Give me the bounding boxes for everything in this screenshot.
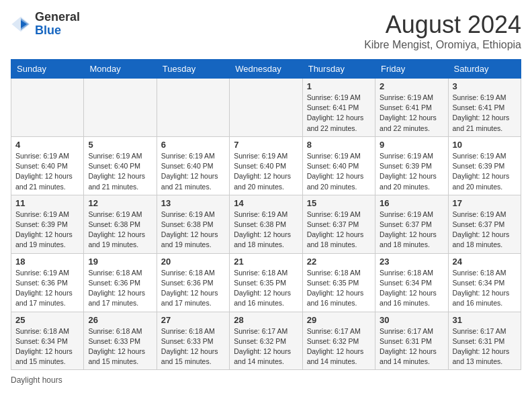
column-header-saturday: Saturday: [448, 60, 521, 79]
calendar-cell: 2Sunrise: 6:19 AMSunset: 6:41 PMDaylight…: [375, 79, 448, 137]
column-header-thursday: Thursday: [302, 60, 375, 79]
day-number: 28: [234, 315, 298, 325]
calendar-week-row: 18Sunrise: 6:19 AMSunset: 6:36 PMDayligh…: [11, 253, 521, 312]
calendar-cell: 23Sunrise: 6:18 AMSunset: 6:34 PMDayligh…: [375, 253, 448, 312]
day-info: Sunrise: 6:19 AMSunset: 6:41 PMDaylight:…: [307, 93, 371, 134]
calendar-table: SundayMondayTuesdayWednesdayThursdayFrid…: [11, 59, 521, 370]
calendar-cell: 16Sunrise: 6:19 AMSunset: 6:37 PMDayligh…: [375, 195, 448, 253]
calendar-cell: 17Sunrise: 6:19 AMSunset: 6:37 PMDayligh…: [448, 195, 521, 253]
calendar-week-row: 11Sunrise: 6:19 AMSunset: 6:39 PMDayligh…: [11, 195, 521, 253]
day-info: Sunrise: 6:17 AMSunset: 6:32 PMDaylight:…: [307, 326, 371, 367]
day-info: Sunrise: 6:19 AMSunset: 6:40 PMDaylight:…: [234, 151, 298, 192]
day-info: Sunrise: 6:18 AMSunset: 6:36 PMDaylight:…: [88, 268, 152, 309]
column-header-friday: Friday: [375, 60, 448, 79]
day-number: 10: [453, 140, 517, 150]
calendar-cell: [84, 79, 157, 137]
day-number: 20: [161, 257, 225, 267]
column-header-sunday: Sunday: [11, 60, 84, 79]
day-number: 6: [161, 140, 225, 150]
day-info: Sunrise: 6:19 AMSunset: 6:39 PMDaylight:…: [453, 151, 517, 192]
day-number: 30: [380, 315, 443, 325]
calendar-cell: 8Sunrise: 6:19 AMSunset: 6:40 PMDaylight…: [302, 136, 375, 195]
day-number: 5: [88, 140, 152, 150]
day-info: Sunrise: 6:19 AMSunset: 6:40 PMDaylight:…: [307, 151, 371, 192]
day-info: Sunrise: 6:19 AMSunset: 6:41 PMDaylight:…: [380, 93, 443, 134]
day-info: Sunrise: 6:18 AMSunset: 6:33 PMDaylight:…: [161, 326, 225, 367]
day-number: 24: [453, 257, 517, 267]
day-number: 19: [88, 257, 152, 267]
header: General Blue August 2024 Kibre Mengist, …: [11, 11, 521, 51]
day-number: 18: [15, 257, 79, 267]
day-info: Sunrise: 6:19 AMSunset: 6:38 PMDaylight:…: [88, 210, 152, 250]
day-info: Sunrise: 6:19 AMSunset: 6:39 PMDaylight:…: [15, 210, 79, 250]
day-number: 25: [15, 315, 79, 325]
day-info: Sunrise: 6:17 AMSunset: 6:31 PMDaylight:…: [453, 326, 517, 367]
column-header-tuesday: Tuesday: [157, 60, 229, 79]
day-number: 16: [380, 198, 443, 208]
logo: General Blue: [11, 11, 80, 38]
day-number: 27: [161, 315, 225, 325]
calendar-cell: [230, 79, 302, 137]
calendar-cell: 5Sunrise: 6:19 AMSunset: 6:40 PMDaylight…: [84, 136, 157, 195]
day-number: 22: [307, 257, 371, 267]
day-info: Sunrise: 6:18 AMSunset: 6:36 PMDaylight:…: [161, 268, 225, 309]
day-info: Sunrise: 6:19 AMSunset: 6:38 PMDaylight:…: [161, 210, 225, 250]
calendar-cell: 4Sunrise: 6:19 AMSunset: 6:40 PMDaylight…: [11, 136, 84, 195]
calendar-cell: 13Sunrise: 6:19 AMSunset: 6:38 PMDayligh…: [157, 195, 229, 253]
calendar-cell: 20Sunrise: 6:18 AMSunset: 6:36 PMDayligh…: [157, 253, 229, 312]
day-info: Sunrise: 6:17 AMSunset: 6:31 PMDaylight:…: [380, 326, 443, 367]
day-number: 14: [234, 198, 298, 208]
day-info: Sunrise: 6:18 AMSunset: 6:33 PMDaylight:…: [88, 326, 152, 367]
calendar-cell: 29Sunrise: 6:17 AMSunset: 6:32 PMDayligh…: [302, 312, 375, 370]
calendar-cell: 26Sunrise: 6:18 AMSunset: 6:33 PMDayligh…: [84, 312, 157, 370]
day-number: 2: [380, 81, 443, 91]
calendar-cell: 6Sunrise: 6:19 AMSunset: 6:40 PMDaylight…: [157, 136, 229, 195]
calendar-cell: 30Sunrise: 6:17 AMSunset: 6:31 PMDayligh…: [375, 312, 448, 370]
page-subtitle: Kibre Mengist, Oromiya, Ethiopia: [364, 39, 521, 51]
day-number: 23: [380, 257, 443, 267]
day-info: Sunrise: 6:19 AMSunset: 6:40 PMDaylight:…: [161, 151, 225, 192]
calendar-cell: [11, 79, 84, 137]
calendar-cell: 14Sunrise: 6:19 AMSunset: 6:38 PMDayligh…: [230, 195, 302, 253]
calendar-cell: 31Sunrise: 6:17 AMSunset: 6:31 PMDayligh…: [448, 312, 521, 370]
calendar-header-row: SundayMondayTuesdayWednesdayThursdayFrid…: [11, 60, 521, 79]
calendar-cell: 25Sunrise: 6:18 AMSunset: 6:34 PMDayligh…: [11, 312, 84, 370]
calendar-cell: [157, 79, 229, 137]
calendar-cell: 12Sunrise: 6:19 AMSunset: 6:38 PMDayligh…: [84, 195, 157, 253]
logo-text: General Blue: [35, 11, 80, 38]
calendar-cell: 1Sunrise: 6:19 AMSunset: 6:41 PMDaylight…: [302, 79, 375, 137]
logo-icon: [11, 14, 31, 34]
day-info: Sunrise: 6:19 AMSunset: 6:38 PMDaylight:…: [234, 210, 298, 250]
day-number: 29: [307, 315, 371, 325]
day-info: Sunrise: 6:19 AMSunset: 6:36 PMDaylight:…: [15, 268, 79, 309]
calendar-cell: 27Sunrise: 6:18 AMSunset: 6:33 PMDayligh…: [157, 312, 229, 370]
logo-general-text: General: [35, 11, 80, 24]
calendar-cell: 28Sunrise: 6:17 AMSunset: 6:32 PMDayligh…: [230, 312, 302, 370]
day-info: Sunrise: 6:18 AMSunset: 6:34 PMDaylight:…: [453, 268, 517, 309]
calendar-cell: 19Sunrise: 6:18 AMSunset: 6:36 PMDayligh…: [84, 253, 157, 312]
day-info: Sunrise: 6:19 AMSunset: 6:40 PMDaylight:…: [88, 151, 152, 192]
calendar-cell: 22Sunrise: 6:18 AMSunset: 6:35 PMDayligh…: [302, 253, 375, 312]
day-number: 13: [161, 198, 225, 208]
calendar-cell: 18Sunrise: 6:19 AMSunset: 6:36 PMDayligh…: [11, 253, 84, 312]
calendar-week-row: 25Sunrise: 6:18 AMSunset: 6:34 PMDayligh…: [11, 312, 521, 370]
day-info: Sunrise: 6:19 AMSunset: 6:40 PMDaylight:…: [15, 151, 79, 192]
day-number: 7: [234, 140, 298, 150]
day-number: 26: [88, 315, 152, 325]
day-number: 8: [307, 140, 371, 150]
day-number: 17: [453, 198, 517, 208]
day-number: 11: [15, 198, 79, 208]
day-info: Sunrise: 6:19 AMSunset: 6:37 PMDaylight:…: [380, 210, 443, 250]
calendar-cell: 24Sunrise: 6:18 AMSunset: 6:34 PMDayligh…: [448, 253, 521, 312]
day-info: Sunrise: 6:17 AMSunset: 6:32 PMDaylight:…: [234, 326, 298, 367]
day-number: 15: [307, 198, 371, 208]
logo-blue-text: Blue: [35, 24, 80, 38]
day-info: Sunrise: 6:18 AMSunset: 6:34 PMDaylight:…: [380, 268, 443, 309]
day-info: Sunrise: 6:19 AMSunset: 6:37 PMDaylight:…: [453, 210, 517, 250]
day-info: Sunrise: 6:19 AMSunset: 6:41 PMDaylight:…: [453, 93, 517, 134]
footer-note: Daylight hours: [11, 375, 521, 385]
calendar-cell: 11Sunrise: 6:19 AMSunset: 6:39 PMDayligh…: [11, 195, 84, 253]
day-number: 4: [15, 140, 79, 150]
calendar-cell: 3Sunrise: 6:19 AMSunset: 6:41 PMDaylight…: [448, 79, 521, 137]
day-number: 21: [234, 257, 298, 267]
